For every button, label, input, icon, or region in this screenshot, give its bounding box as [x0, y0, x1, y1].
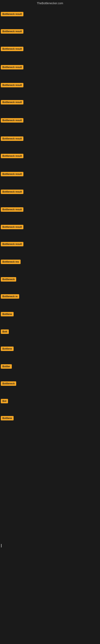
- item-row-13: Bottleneck result: [0, 224, 24, 230]
- item-row-6: Bottleneck result: [0, 100, 24, 106]
- bottleneck-badge-5[interactable]: Bottleneck result: [1, 83, 23, 87]
- item-row-7: Bottleneck result: [0, 118, 24, 124]
- bottleneck-badge-6[interactable]: Bottleneck result: [1, 100, 23, 104]
- site-title: TheBottlenecker.com: [0, 0, 100, 6]
- item-row-15: Bottleneck res: [0, 259, 21, 265]
- item-row-16: Bottleneck: [0, 277, 17, 283]
- bottleneck-badge-17[interactable]: Bottleneck re: [1, 294, 19, 299]
- bottleneck-badge-11[interactable]: Bottleneck result: [1, 190, 23, 194]
- bottleneck-badge-16[interactable]: Bottleneck: [1, 277, 16, 282]
- bottleneck-badge-23[interactable]: Bot: [1, 399, 8, 403]
- page-container: TheBottlenecker.com Bottleneck resultBot…: [0, 0, 100, 644]
- bottleneck-items-container: Bottleneck resultBottleneck resultBottle…: [0, 6, 100, 7]
- bottleneck-badge-4[interactable]: Bottleneck result: [1, 65, 23, 70]
- item-row-14: Bottleneck result: [0, 242, 24, 248]
- item-row-1: Bottleneck result: [0, 12, 24, 18]
- item-row-3: Bottleneck result: [0, 46, 24, 52]
- item-row-4: Bottleneck result: [0, 64, 24, 71]
- bottleneck-badge-13[interactable]: Bottleneck result: [1, 225, 23, 229]
- bottleneck-badge-18[interactable]: Bottlene: [1, 312, 14, 316]
- item-row-9: Bottleneck result: [0, 153, 24, 160]
- bottleneck-badge-12[interactable]: Bottleneck result: [1, 207, 23, 212]
- item-row-5: Bottleneck result: [0, 82, 24, 88]
- bottleneck-badge-1[interactable]: Bottleneck result: [1, 12, 23, 16]
- item-row-2: Bottleneck result: [0, 29, 24, 35]
- item-row-20: Bottlene: [0, 346, 14, 352]
- item-row-17: Bottleneck re: [0, 294, 20, 300]
- item-row-11: Bottleneck result: [0, 189, 24, 195]
- item-row-18: Bottlene: [0, 312, 14, 318]
- item-row-21: Bottler: [0, 364, 13, 370]
- bottleneck-badge-20[interactable]: Bottlene: [1, 346, 14, 351]
- bottleneck-badge-7[interactable]: Bottleneck result: [1, 118, 23, 122]
- bottleneck-badge-2[interactable]: Bottleneck result: [1, 29, 23, 34]
- item-row-23: Bot: [0, 398, 9, 404]
- bottleneck-badge-15[interactable]: Bottleneck res: [1, 260, 21, 264]
- item-row-12: Bottleneck result: [0, 207, 24, 213]
- item-row-8: Bottleneck result: [0, 136, 24, 142]
- bottleneck-badge-24[interactable]: Bottlene: [1, 416, 14, 420]
- item-row-10: Bottleneck result: [0, 172, 24, 178]
- bottleneck-badge-9[interactable]: Bottleneck result: [1, 154, 23, 158]
- bottleneck-badge-14[interactable]: Bottleneck result: [1, 242, 23, 246]
- bottleneck-badge-22[interactable]: Bottleneck: [1, 381, 16, 386]
- bottleneck-badge-19[interactable]: Bott: [1, 330, 9, 334]
- item-row-22: Bottleneck: [0, 381, 17, 387]
- bottleneck-badge-8[interactable]: Bottleneck result: [1, 136, 23, 141]
- bottleneck-badge-10[interactable]: Bottleneck result: [1, 172, 23, 176]
- bottleneck-badge-21[interactable]: Bottler: [1, 364, 12, 369]
- cursor: |: [1, 544, 2, 548]
- item-row-19: Bott: [0, 329, 10, 335]
- item-row-24: Bottlene: [0, 416, 14, 422]
- bottleneck-badge-3[interactable]: Bottleneck result: [1, 47, 23, 51]
